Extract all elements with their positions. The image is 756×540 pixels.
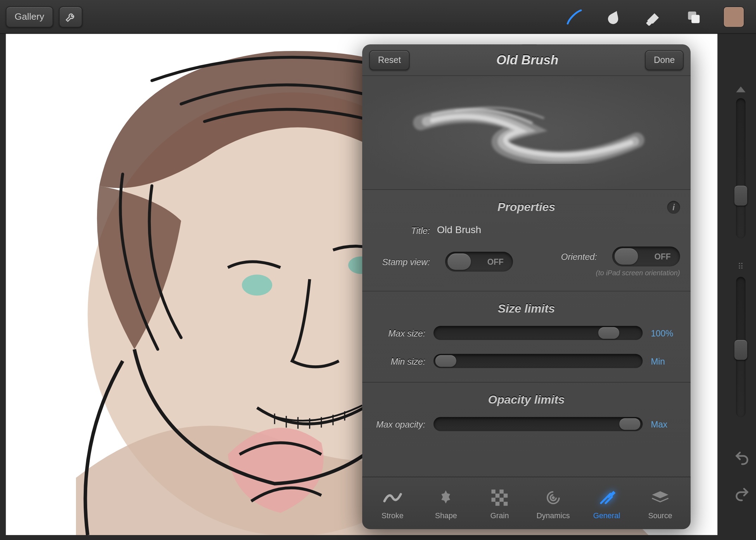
slider-top-indicator [736, 86, 745, 92]
eraser-icon [645, 8, 662, 25]
source-icon [651, 490, 669, 505]
svg-rect-10 [492, 497, 496, 502]
section-title-size: Size limits [498, 302, 555, 315]
svg-rect-13 [504, 501, 508, 506]
brush-settings-panel: Reset Old Brush Done Properties i [362, 44, 691, 529]
max-opacity-label: Max opacity: [373, 419, 425, 429]
max-opacity-value: Max [651, 419, 680, 429]
panel-header: Reset Old Brush Done [362, 44, 691, 76]
max-size-slider[interactable] [434, 326, 643, 340]
stamp-view-label: Stamp view: [373, 257, 437, 266]
info-icon[interactable]: i [667, 201, 680, 214]
section-size-limits: Size limits Max size: 100% Min size: Min [362, 291, 691, 382]
min-size-value: Min [651, 356, 680, 366]
dynamics-icon [544, 489, 562, 506]
oriented-state: OFF [654, 252, 671, 261]
tab-grain[interactable]: Grain [476, 487, 523, 520]
svg-rect-7 [500, 489, 504, 494]
svg-point-14 [552, 497, 554, 498]
section-opacity-limits: Opacity limits Max opacity: Max [362, 382, 691, 437]
tab-stroke-label: Stroke [382, 511, 403, 520]
slider-divider-icon: ⠿ [738, 262, 744, 271]
undo-button[interactable] [734, 450, 750, 468]
min-size-label: Min size: [373, 356, 425, 366]
tab-stroke[interactable]: Stroke [369, 487, 416, 520]
title-label: Title: [373, 225, 437, 235]
tab-shape-label: Shape [435, 511, 457, 520]
topbar: Gallery [0, 0, 756, 34]
shape-icon [437, 489, 455, 506]
layers-icon [685, 8, 702, 25]
svg-rect-2 [691, 15, 699, 23]
svg-rect-8 [495, 493, 500, 497]
tab-source-label: Source [648, 511, 672, 520]
tab-source[interactable]: Source [637, 487, 684, 520]
min-size-slider[interactable] [434, 354, 643, 368]
redo-icon [734, 486, 750, 502]
eraser-tool[interactable] [644, 7, 664, 26]
tab-general[interactable]: General [583, 487, 630, 520]
brush-icon [564, 7, 584, 26]
svg-rect-9 [504, 493, 508, 497]
oriented-caption: (to iPad screen orientation) [596, 269, 680, 277]
layers-tool[interactable] [684, 7, 703, 26]
done-button[interactable]: Done [645, 50, 684, 70]
stamp-view-toggle[interactable]: OFF [445, 252, 513, 271]
svg-rect-6 [492, 489, 496, 494]
brush-title-field[interactable]: Old Brush [437, 224, 481, 236]
oriented-label: Oriented: [561, 251, 604, 261]
tab-shape[interactable]: Shape [423, 487, 469, 520]
tab-dynamics-label: Dynamics [537, 511, 570, 520]
brush-preview [362, 76, 691, 190]
max-size-label: Max size: [373, 328, 425, 338]
brush-size-slider[interactable] [736, 98, 745, 238]
brush-opacity-slider[interactable] [736, 277, 745, 417]
svg-rect-11 [500, 497, 504, 502]
oriented-toggle[interactable]: OFF [612, 246, 680, 266]
wrench-icon [65, 11, 76, 22]
panel-title: Old Brush [416, 52, 639, 68]
stroke-icon [382, 489, 403, 506]
brush-tool[interactable] [564, 7, 584, 26]
tab-grain-label: Grain [490, 511, 509, 520]
smudge-icon [605, 8, 623, 25]
section-properties: Properties i Title: Old Brush Stamp view… [362, 190, 691, 291]
stamp-view-state: OFF [487, 257, 504, 266]
undo-icon [734, 450, 750, 466]
svg-rect-12 [495, 501, 500, 506]
smudge-tool[interactable] [604, 7, 624, 26]
section-title-opacity: Opacity limits [488, 393, 565, 406]
gallery-button[interactable]: Gallery [6, 6, 53, 27]
max-size-value: 100% [651, 328, 680, 338]
panel-tabs: Stroke Shape Grain Dynamics General Sour… [362, 477, 691, 529]
general-icon [597, 488, 616, 507]
tab-general-label: General [593, 511, 620, 520]
panel-scroll[interactable]: Properties i Title: Old Brush Stamp view… [362, 190, 691, 477]
reset-button[interactable]: Reset [369, 50, 410, 70]
section-title-properties: Properties [498, 200, 555, 214]
svg-point-4 [242, 275, 272, 296]
tab-dynamics[interactable]: Dynamics [530, 487, 577, 520]
max-opacity-slider[interactable] [434, 417, 643, 431]
grain-icon [492, 489, 508, 506]
color-swatch[interactable] [723, 6, 744, 27]
redo-button[interactable] [734, 486, 750, 504]
settings-button[interactable] [59, 6, 82, 27]
